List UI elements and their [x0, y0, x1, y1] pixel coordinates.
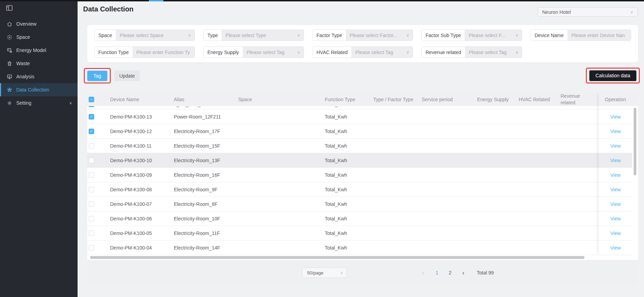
view-link[interactable]: View — [610, 106, 620, 107]
row-checkbox[interactable]: ✓ — [89, 114, 94, 120]
row-checkbox[interactable] — [89, 216, 94, 221]
sidebar-item-space[interactable]: Space — [0, 30, 78, 44]
operation-cell: View — [599, 182, 632, 197]
row-checkbox[interactable] — [89, 172, 94, 178]
sidebar-item-energy-model[interactable]: Energy Model — [0, 44, 78, 57]
chevron-down-icon: ∨ — [340, 271, 343, 275]
filter-type-select[interactable]: Please select Type∨ — [222, 30, 304, 41]
update-button[interactable]: Update — [114, 70, 140, 81]
chevron-down-icon: ∨ — [295, 50, 300, 55]
column-header-revenue-related: Revenue related — [559, 93, 599, 106]
filter-device-name-input[interactable]: Please enter Device Nan — [568, 30, 631, 41]
column-header-service-period: Service period — [420, 97, 476, 102]
view-link[interactable]: View — [610, 216, 620, 221]
sidebar-collapse-icon[interactable] — [6, 4, 13, 12]
sidebar-item-setting[interactable]: Setting∨ — [0, 96, 78, 110]
analysis-icon — [7, 74, 12, 80]
sidebar-item-overview[interactable]: Overview — [0, 17, 78, 30]
view-link[interactable]: View — [610, 114, 620, 120]
table-row: Demo-PM-K100-10Electricity-Room_13FTotal… — [87, 153, 599, 168]
chevron-down-icon: ∨ — [404, 50, 409, 55]
operation-cell: View — [599, 139, 632, 153]
row-checkbox[interactable] — [89, 245, 94, 251]
sidebar-item-label: Analysis — [16, 74, 34, 79]
filter-revenue-related-select[interactable]: Please select Tag∨ — [465, 47, 522, 58]
horizontal-scrollbar-thumb[interactable] — [90, 256, 584, 259]
view-link[interactable]: View — [610, 172, 620, 178]
filter-space-select[interactable]: Please select Space∨ — [116, 30, 195, 41]
sidebar-item-analysis[interactable]: Analysis — [0, 70, 78, 83]
sidebar-item-label: Energy Model — [16, 47, 46, 53]
page-button-1[interactable]: 1 — [432, 268, 442, 278]
operation-cell: View — [599, 110, 632, 124]
cell-device-name: Demo-PM-K100-06 — [109, 216, 172, 221]
placeholder-text: Please select Tag — [355, 50, 393, 55]
sidebar-item-data-collection[interactable]: Data Collection — [0, 83, 78, 96]
filter-label: Space — [95, 30, 116, 41]
column-header-operation: Operation — [599, 93, 632, 106]
row-checkbox[interactable]: ✓ — [89, 106, 94, 107]
annotation-box-calculation-data: Calculation data — [586, 68, 640, 84]
table-row: Demo-PM-K100-07Electricity-Room_8FTotal_… — [87, 197, 599, 211]
cell-device-name: Demo-PM-K100-09 — [109, 172, 172, 178]
cell-function-type: Total_Kwh — [323, 106, 372, 107]
view-link[interactable]: View — [610, 158, 620, 163]
sidebar-item-label: Setting — [16, 100, 32, 106]
cell-function-type: Total_Kwh — [323, 230, 372, 236]
row-checkbox[interactable]: ✓ — [89, 129, 94, 134]
filter-label: Revenue related — [422, 47, 465, 58]
placeholder-text: Please select Tag — [469, 50, 507, 55]
filter-hvac-related-select[interactable]: Please select Tag∨ — [352, 47, 413, 58]
horizontal-scrollbar[interactable] — [87, 255, 638, 260]
next-page-button[interactable]: › — [458, 268, 468, 278]
row-checkbox[interactable] — [89, 158, 94, 163]
calculation-data-button[interactable]: Calculation data — [589, 70, 636, 81]
filter-type: TypePlease select Type∨ — [203, 29, 304, 41]
table-row: ✓Demo-PM-K100-12Electricity-Room_17FTota… — [87, 124, 599, 139]
select-all-checkbox[interactable]: − — [89, 97, 94, 102]
view-link[interactable]: View — [610, 143, 620, 149]
operation-cell: View — [599, 211, 632, 226]
filter-label: Energy Supply — [204, 47, 243, 58]
cell-function-type: Total_Kwh — [323, 143, 372, 149]
cell-function-type: Total_Kwh — [323, 187, 372, 192]
chevron-down-icon: ∨ — [295, 33, 300, 38]
column-header-type-factor-type: Type / Factor Type — [372, 97, 420, 102]
filter-factor-type: Factor TypePlease select Factor...∨ — [312, 29, 413, 41]
cell-alias: Electricity-Room_14F — [172, 245, 237, 251]
cell-function-type: Total_Kwh — [323, 216, 372, 221]
row-checkbox[interactable] — [89, 201, 94, 207]
page-button-2[interactable]: 2 — [445, 268, 455, 278]
sidebar-item-waste[interactable]: Waste — [0, 57, 78, 70]
filter-factor-type-select[interactable]: Please select Factor...∨ — [346, 30, 413, 41]
placeholder-text: Please enter Function Ty — [136, 50, 190, 55]
site-selector[interactable]: Neuron Hotel ∨ — [538, 7, 638, 17]
tag-button[interactable]: Tag — [87, 71, 107, 81]
vertical-scrollbar-thumb[interactable] — [634, 108, 636, 175]
cell-alias: Electricity-Room_17F — [172, 129, 237, 134]
top-loading-bar — [0, 0, 644, 1]
column-header-alias: Alias — [172, 97, 237, 102]
cell-function-type: Total_Kwh — [323, 172, 372, 178]
filter-label: Factor Type — [313, 30, 346, 41]
filter-energy-supply-select[interactable]: Please select Tag∨ — [243, 47, 304, 58]
filter-factor-sub-type-select[interactable]: Please select F...∨ — [465, 30, 522, 41]
view-link[interactable]: View — [610, 187, 620, 192]
placeholder-text: Please select Type — [225, 33, 266, 38]
view-link[interactable]: View — [610, 129, 620, 134]
page-size-select[interactable]: 50/page ∨ — [302, 268, 347, 278]
filter-function-type-input[interactable]: Please enter Function Ty — [133, 47, 195, 58]
row-checkbox[interactable] — [89, 230, 94, 236]
row-checkbox[interactable] — [89, 143, 94, 149]
view-link[interactable]: View — [610, 230, 620, 236]
row-checkbox[interactable] — [89, 187, 94, 192]
table-row: Demo-PM-K100-04Electricity-Room_14FTotal… — [87, 241, 599, 255]
view-link[interactable]: View — [610, 201, 620, 207]
operation-cell: View — [599, 197, 632, 211]
cell-device-name: Demo-PM-K100-05 — [109, 230, 172, 236]
filter-energy-supply: Energy SupplyPlease select Tag∨ — [203, 46, 304, 58]
chevron-down-icon: ∨ — [186, 33, 191, 38]
prev-page-button[interactable]: ‹ — [418, 268, 428, 278]
view-link[interactable]: View — [610, 245, 620, 251]
column-header-device-name: Device Name — [109, 97, 172, 102]
